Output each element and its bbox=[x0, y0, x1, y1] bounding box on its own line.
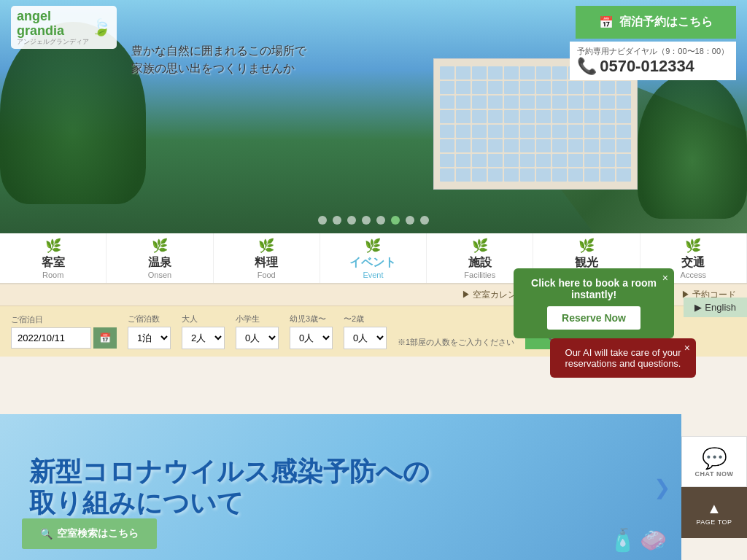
nav-item-room[interactable]: 🌿 客室 Room bbox=[0, 233, 107, 283]
adults-label: 大人 bbox=[182, 314, 225, 324]
leaf-icon-facilities: 🌿 bbox=[472, 238, 488, 254]
carousel-dot-5[interactable] bbox=[376, 216, 385, 225]
english-language-selector[interactable]: ▶ English bbox=[684, 298, 747, 317]
logo: angel grandia アンジェルグランディア 🍃 bbox=[11, 6, 117, 49]
bottom-banner: 新型コロナウイルス感染予防への 取り組みについて 🧴 🧼 🔍 空室検索はこちら … bbox=[0, 414, 681, 560]
phone-section: 予約専用ナビダイヤル（9：00〜18：00） 📞 0570-012334 bbox=[570, 42, 736, 80]
date-input-wrapper: 📅 bbox=[11, 327, 117, 349]
carousel-dot-3[interactable] bbox=[347, 216, 356, 225]
popup-green-close[interactable]: × bbox=[662, 272, 668, 284]
nav-en-food: Food bbox=[258, 271, 276, 279]
tree-right-decoration bbox=[638, 73, 747, 219]
banner-decorations: 🧴 🧼 bbox=[609, 527, 667, 553]
logo-angel: angel bbox=[17, 9, 89, 24]
nav-en-event: Event bbox=[363, 271, 383, 279]
toddler-label: 幼児3歳〜 bbox=[290, 314, 333, 324]
page-top-label: PAGE TOP bbox=[696, 518, 732, 526]
leaf-icon-food: 🌿 bbox=[258, 238, 274, 254]
chat-widget[interactable]: 💬 CHAT NOW bbox=[681, 436, 747, 487]
toddler-field: 幼児3歳〜 0人1人2人 bbox=[290, 314, 333, 349]
banner-content: 新型コロナウイルス感染予防への 取り組みについて 🧴 🧼 🔍 空室検索はこちら … bbox=[0, 414, 681, 560]
calendar-picker-button[interactable]: 📅 bbox=[93, 327, 117, 349]
english-arrow-icon: ▶ bbox=[694, 302, 702, 313]
nav-item-onsen[interactable]: 🌿 温泉 Onsen bbox=[107, 233, 213, 283]
banner-next-arrow[interactable]: ❯ bbox=[654, 475, 670, 499]
carousel-dot-1[interactable] bbox=[318, 216, 327, 225]
carousel-dots bbox=[318, 216, 429, 225]
leaf-icon-onsen: 🌿 bbox=[152, 238, 168, 254]
leaf-icon-event: 🌿 bbox=[365, 238, 381, 254]
header: angel grandia アンジェルグランディア 🍃 📅 宿泊予約はこちら 予… bbox=[0, 0, 747, 86]
page-top-arrow-icon: ▲ bbox=[707, 500, 721, 517]
phone-digits: 0570-012334 bbox=[600, 57, 694, 76]
search-note: ※1部屋の人数をご入力ください bbox=[398, 337, 514, 349]
popup-dark: × Our AI will take care of your reservat… bbox=[550, 338, 696, 378]
nav-jp-room: 客室 bbox=[42, 255, 65, 271]
carousel-dot-7[interactable] bbox=[406, 216, 414, 225]
logo-sub: アンジェルグランディア bbox=[17, 39, 89, 46]
logo-text: angel grandia アンジェルグランディア bbox=[17, 9, 89, 45]
nav-en-onsen: Onsen bbox=[148, 271, 171, 279]
phone-number: 📞 0570-012334 bbox=[577, 57, 729, 76]
reservation-btn-label: 宿泊予約はこちら bbox=[619, 15, 713, 30]
chat-bubble-icon: 💬 bbox=[702, 446, 727, 470]
adults-field: 大人 1人2人3人 bbox=[182, 314, 225, 349]
adults-select[interactable]: 1人2人3人 bbox=[182, 327, 225, 349]
nav-en-room: Room bbox=[42, 271, 63, 279]
nights-label: ご宿泊数 bbox=[128, 314, 171, 324]
nav-jp-food: 料理 bbox=[255, 255, 278, 271]
chat-label: CHAT NOW bbox=[695, 470, 734, 478]
infant-select[interactable]: 0人1人2人 bbox=[344, 327, 387, 349]
reservation-button[interactable]: 📅 宿泊予約はこちら bbox=[576, 6, 736, 39]
leaf-icon-access: 🌿 bbox=[685, 238, 701, 254]
nav-jp-onsen: 温泉 bbox=[148, 255, 171, 271]
carousel-dot-4[interactable] bbox=[362, 216, 371, 225]
toddler-select[interactable]: 0人1人2人 bbox=[290, 327, 333, 349]
banner-search-label: 空室検索はこちら bbox=[57, 527, 139, 540]
elementary-label: 小学生 bbox=[236, 314, 279, 324]
banner-icon-1: 🧴 bbox=[609, 527, 636, 553]
nav-jp-event: イベント bbox=[349, 255, 396, 271]
nav-en-access: Access bbox=[681, 271, 706, 279]
logo-leaf-icon: 🍃 bbox=[91, 18, 111, 37]
date-field: ご宿泊日 📅 bbox=[11, 314, 117, 349]
popup-dark-text: Our AI will take care of your reservatio… bbox=[565, 347, 681, 369]
infant-label: 〜2歳 bbox=[344, 314, 387, 324]
reserve-now-button[interactable]: Reserve Now bbox=[547, 306, 640, 330]
date-label: ご宿泊日 bbox=[11, 314, 117, 325]
english-label: English bbox=[705, 302, 736, 313]
popup-dark-close[interactable]: × bbox=[684, 342, 690, 354]
nights-select[interactable]: 1泊2泊3泊 bbox=[128, 327, 171, 349]
banner-search-button[interactable]: 🔍 空室検索はこちら bbox=[22, 518, 157, 549]
carousel-dot-8[interactable] bbox=[420, 216, 429, 225]
leaf-icon-room: 🌿 bbox=[45, 238, 61, 254]
nights-field: ご宿泊数 1泊2泊3泊 bbox=[128, 314, 171, 349]
phone-icon: 📞 bbox=[577, 57, 597, 76]
date-input[interactable] bbox=[11, 327, 91, 349]
banner-icon-2: 🧼 bbox=[640, 527, 667, 553]
logo-grandia: grandia bbox=[17, 24, 89, 39]
nav-jp-facilities: 施設 bbox=[468, 255, 492, 271]
popup-green-title: Click here to book a room instantly! bbox=[525, 277, 663, 300]
popup-green: × Click here to book a room instantly! R… bbox=[514, 268, 674, 338]
nav-jp-access: 交通 bbox=[681, 255, 705, 271]
nav-en-facilities: Facilities bbox=[464, 271, 495, 279]
banner-title-line2: 取り組みについて bbox=[29, 487, 430, 518]
banner-text: 新型コロナウイルス感染予防への 取り組みについて bbox=[29, 456, 430, 518]
header-right: 📅 宿泊予約はこちら 予約専用ナビダイヤル（9：00〜18：00） 📞 0570… bbox=[570, 6, 736, 80]
phone-label: 予約専用ナビダイヤル（9：00〜18：00） bbox=[577, 46, 729, 57]
carousel-dot-6[interactable] bbox=[391, 216, 400, 225]
carousel-dot-2[interactable] bbox=[333, 216, 341, 225]
elementary-field: 小学生 0人1人2人 bbox=[236, 314, 279, 349]
elementary-select[interactable]: 0人1人2人 bbox=[236, 327, 279, 349]
page-top-button[interactable]: ▲ PAGE TOP bbox=[681, 487, 747, 538]
calendar-icon: 📅 bbox=[599, 15, 614, 29]
nav-item-food[interactable]: 🌿 料理 Food bbox=[214, 233, 320, 283]
infant-field: 〜2歳 0人1人2人 bbox=[344, 314, 387, 349]
leaf-icon-kanko: 🌿 bbox=[578, 238, 595, 254]
nav-item-event[interactable]: 🌿 イベント Event bbox=[320, 233, 427, 283]
banner-search-icon: 🔍 bbox=[40, 528, 53, 540]
banner-title-line1: 新型コロナウイルス感染予防への bbox=[29, 456, 430, 487]
